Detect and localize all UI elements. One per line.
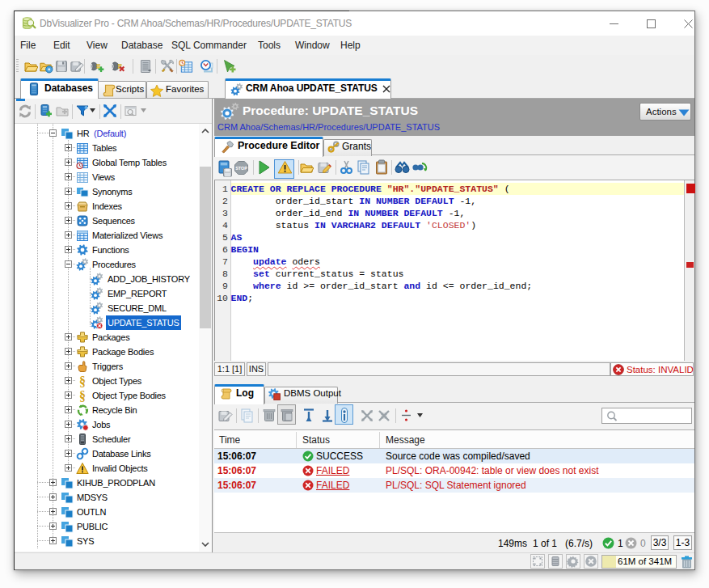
svg-text:STOP: STOP bbox=[235, 166, 247, 171]
svg-text:§: § bbox=[79, 389, 86, 402]
svg-text:§: § bbox=[79, 374, 86, 387]
